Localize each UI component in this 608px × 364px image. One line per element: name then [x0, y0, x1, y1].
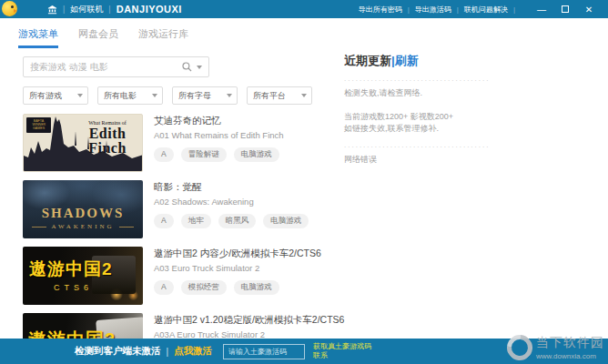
game-cover-shadows: SHADOWS AWAKENING	[23, 180, 143, 238]
maximize-icon[interactable]	[553, 5, 577, 15]
updates-title: 近期更新	[344, 54, 391, 67]
filter-all-movies[interactable]: 所有电影	[97, 86, 163, 105]
cover-line1: Edith	[75, 126, 140, 141]
tag: 电脑游戏	[234, 147, 279, 162]
dotted-separator: ........................................…	[344, 75, 490, 83]
duck-eye	[11, 5, 14, 8]
tag: A	[154, 280, 174, 295]
minimize-icon[interactable]: —	[530, 5, 553, 15]
game-subtitle: A02 Shadows: Awakening	[154, 197, 316, 207]
network-error-text: 网络错误	[344, 154, 515, 167]
tab-game-runtime[interactable]: 游戏运行库	[138, 27, 188, 48]
chevron-down-icon	[301, 94, 307, 97]
downxia-logo-icon	[502, 329, 537, 364]
export-all-passwords-button[interactable]: 导出所有密码	[359, 5, 402, 15]
titlebar: | 如何联机 | DANJIYOUXI 导出所有密码 | 导出激活码 | 联机问…	[0, 0, 608, 18]
how-to-connect-link[interactable]: 如何联机	[70, 4, 103, 15]
filter-all-letters[interactable]: 所有字母	[172, 86, 238, 105]
game-info: 艾迪芬奇的记忆 A01 What Remains of Edith Finch …	[154, 114, 287, 172]
cover-line2: AWAKENING	[23, 223, 143, 230]
filter-all-platforms[interactable]: 所有平台	[247, 86, 312, 105]
activation-status-text: 检测到客户端未激活	[75, 345, 161, 358]
filter-label: 所有平台	[253, 90, 286, 102]
game-title: 暗影：觉醒	[154, 181, 316, 194]
game-title: 遨游中国2 内容少/欧洲模拟卡车2/CTS6	[154, 248, 321, 260]
tag: 电脑游戏	[234, 280, 279, 295]
app-title: DANJIYOUXI	[117, 4, 182, 15]
watermark-url: www.downxia.com	[536, 352, 604, 360]
game-subtitle: A03 Euro Truck Simulator 2	[154, 263, 321, 273]
game-title: 艾迪芬奇的记忆	[154, 115, 287, 127]
cover-line1: SHADOWS	[23, 206, 143, 221]
titlebar-separator: |	[63, 5, 65, 14]
cover-line2: Finch	[75, 141, 140, 156]
dotted-separator: ........................................…	[344, 141, 490, 149]
library-stats: 当前游戏数1200+ 影视数200+	[344, 111, 515, 124]
cover-title-text: What Remains of Edith Finch	[75, 119, 140, 157]
tab-netdisk-vip[interactable]: 网盘会员	[78, 27, 118, 48]
search-category-caret-icon[interactable]	[197, 66, 202, 69]
tag: 冒险解谜	[181, 147, 227, 162]
tag: 地牢	[181, 214, 211, 228]
export-activation-code-button[interactable]: 导出激活码	[415, 5, 451, 15]
game-info: 遨游中国2 内容少/欧洲模拟卡车2/CTS6 A03 Euro Truck Si…	[154, 247, 321, 305]
tab-bar: 游戏菜单 网盘会员 游戏运行库	[18, 27, 208, 48]
game-tags: A 地牢 暗黑风 电脑游戏	[154, 214, 316, 228]
online-problem-fix-button[interactable]: 联机问题解决	[464, 5, 508, 15]
close-icon[interactable]: ✕	[577, 5, 601, 15]
activation-code-input[interactable]	[223, 344, 305, 359]
window-controls: — ✕	[530, 5, 601, 15]
titlebar-right-menu: 导出所有密码 | 导出激活码 | 联机问题解决 | — ✕	[359, 5, 608, 15]
game-subtitle: A01 What Remains of Edith Finch	[154, 130, 287, 140]
chevron-down-icon	[152, 94, 157, 97]
cover-subtitle: What Remains of	[79, 120, 135, 126]
tab-game-menu[interactable]: 游戏菜单	[18, 27, 58, 48]
filter-label: 所有游戏	[29, 90, 62, 102]
search-input[interactable]	[30, 62, 182, 72]
get-code-line2: 联系	[313, 351, 371, 360]
titlebar-separator: |	[108, 5, 110, 14]
tag: A	[154, 147, 174, 162]
tag: 暗黑风	[218, 214, 257, 228]
game-tags: A 模拟经营 电脑游戏	[154, 280, 321, 295]
watermark-site-name: 当下软件园	[536, 335, 604, 351]
game-cover-edith-finch: BAFTA WINNER GAMES What Remains of Edith…	[23, 114, 143, 172]
downxia-watermark: 当下软件园 www.downxia.com	[507, 335, 604, 360]
refresh-link[interactable]: 刷新	[395, 54, 419, 67]
search-icon[interactable]	[182, 62, 192, 72]
tag: A	[154, 214, 174, 228]
app-logo-icon	[47, 5, 57, 15]
get-code-link[interactable]: 获取真土豪游戏码 联系	[313, 342, 371, 361]
tag: 电脑游戏	[263, 214, 309, 228]
filter-label: 所有字母	[178, 90, 211, 102]
game-tags: A 冒险解谜 电脑游戏	[154, 147, 287, 162]
maximize-glyph	[562, 5, 569, 13]
bafta-badge: BAFTA WINNER GAMES	[26, 117, 51, 133]
titlebar-separator: |	[513, 5, 515, 14]
titlebar-separator: |	[408, 5, 410, 14]
game-item-edith-finch[interactable]: BAFTA WINNER GAMES What Remains of Edith…	[23, 114, 341, 172]
search-box	[23, 56, 209, 77]
filter-label: 所有电影	[104, 90, 137, 102]
game-info: 暗影：觉醒 A02 Shadows: Awakening A 地牢 暗黑风 电脑…	[154, 180, 316, 238]
filter-all-games[interactable]: 所有游戏	[23, 86, 88, 105]
network-check-status: 检测失败,请检查网络.	[344, 87, 515, 100]
activation-divider: |	[167, 347, 169, 357]
tag: 模拟经营	[181, 280, 227, 295]
watermark-text: 当下软件园 www.downxia.com	[536, 335, 604, 360]
duck-app-icon[interactable]	[2, 1, 17, 16]
cover-line1: 遨游中国2	[29, 258, 113, 281]
game-item-euro-truck-2[interactable]: 遨游中国2 CTS6 遨游中国2 内容少/欧洲模拟卡车2/CTS6 A03 Eu…	[23, 247, 341, 305]
cover-line2: CTS6	[54, 283, 93, 292]
game-item-shadows-awakening[interactable]: SHADOWS AWAKENING 暗影：觉醒 A02 Shadows: Awa…	[23, 180, 341, 238]
duck-beak	[14, 9, 17, 13]
updates-header: 近期更新|刷新	[344, 53, 515, 69]
game-list: BAFTA WINNER GAMES What Remains of Edith…	[23, 114, 341, 364]
chevron-down-icon	[77, 94, 83, 97]
spacer	[344, 100, 515, 111]
activate-link[interactable]: 点我激活	[174, 345, 212, 358]
recent-updates-panel: 近期更新|刷新 ................................…	[344, 53, 515, 166]
chevron-down-icon	[227, 94, 232, 97]
game-title: 遨游中国2 v1.20稳定版/欧洲模拟卡车2/CTS6	[154, 314, 341, 327]
game-cover-china-truck: 遨游中国2 CTS6	[23, 247, 143, 305]
